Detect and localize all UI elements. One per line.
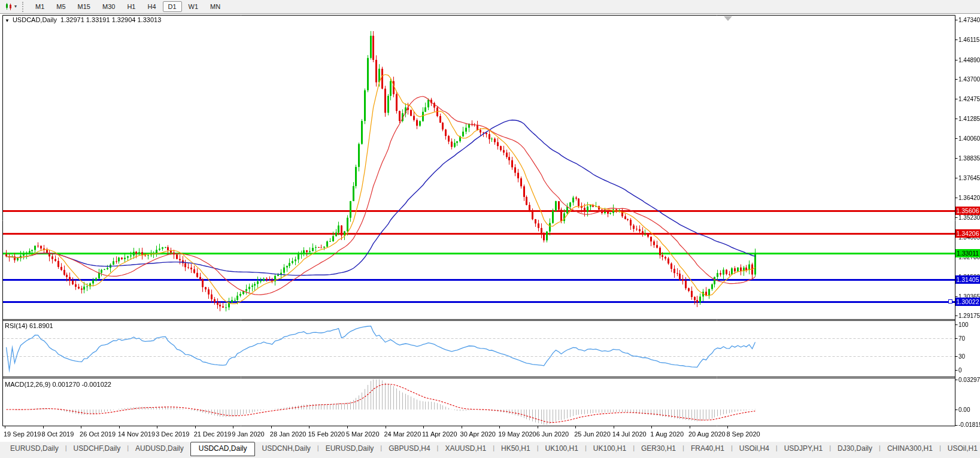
trendline-handle[interactable] [948, 299, 952, 304]
timeframe-button-h1[interactable]: H1 [122, 1, 141, 12]
timeframe-button-mn[interactable]: MN [205, 1, 226, 12]
date-axis-label: 26 Oct 2019 [80, 430, 116, 438]
chart-tab-bar: EURUSD,Daily|USDCHF,Daily|AUDUSD,DailyUS… [0, 442, 980, 458]
chart-tab-ger30-h1[interactable]: GER30,H1 [635, 442, 682, 455]
macd-signal-value: -0.001022 [81, 381, 111, 388]
toolbar: ▾ M1M5M15M30H1H4D1W1MN [0, 0, 980, 14]
timeframe-button-m1[interactable]: M1 [30, 1, 50, 12]
price-axis-label: 1.36420 [958, 195, 980, 201]
chart-tab-gbpusd-h4[interactable]: GBPUSD,H4 [382, 442, 436, 455]
date-axis-label: 5 Mar 2020 [346, 430, 380, 438]
chart-canvas[interactable] [0, 14, 980, 441]
date-axis-label: 19 May 2020 [498, 430, 536, 438]
symbol-header: ▼USDCAD,Daily 1.32971 1.33191 1.32904 1.… [5, 16, 161, 23]
symbol-name: USDCAD,Daily [13, 16, 57, 23]
chevron-down-icon: ▾ [14, 4, 17, 9]
price-axis-label: 1.44890 [958, 57, 980, 63]
candlestick-chart-icon [5, 2, 14, 11]
chart-tab-fra40-h1[interactable]: FRA40,H1 [684, 442, 731, 455]
chart-tab-xauusd-h1[interactable]: XAUUSD,H1 [438, 442, 493, 455]
chart-window: ▼USDCAD,Daily 1.32971 1.33191 1.32904 1.… [0, 14, 980, 441]
chart-tab-usoil-h4[interactable]: USOil,H4 [733, 442, 776, 455]
collapse-caret-icon[interactable]: ▼ [5, 18, 10, 23]
chart-tab-usdjpy-h1[interactable]: USDJPY,H1 [778, 442, 829, 455]
date-axis-label: 14 Jul 2020 [612, 430, 647, 438]
macd-axis-label: 0.00 [958, 407, 970, 413]
current-price-line-badge: 1.33011 [955, 249, 980, 257]
chart-shift-marker-icon[interactable] [724, 16, 732, 21]
price-axis-label: 1.42475 [958, 96, 980, 102]
chart-tab-eurusd-daily[interactable]: EURUSD,Daily [319, 442, 381, 455]
date-axis-label: 25 Jun 2020 [574, 430, 611, 438]
date-axis-label: 19 Sep 2019 [4, 430, 41, 438]
date-axis-label: 11 Apr 2020 [422, 430, 457, 438]
timeframe-button-m30[interactable]: M30 [97, 1, 120, 12]
price-axis-label: 1.40060 [958, 135, 980, 142]
timeframe-button-h4[interactable]: H4 [142, 1, 161, 12]
date-axis-label: 21 Dec 2019 [194, 430, 231, 438]
date-axis-label: 30 Apr 2020 [460, 430, 496, 438]
price-axis-label: 1.37645 [958, 175, 980, 181]
price-axis-label: 1.29175 [958, 313, 980, 319]
date-axis-label: 6 Jun 2020 [536, 430, 569, 438]
ohlc-close: 1.33013 [138, 16, 162, 23]
price-axis-label: 1.43700 [958, 76, 980, 83]
timeframe-button-m15[interactable]: M15 [72, 1, 96, 12]
ohlc-low: 1.32904 [112, 16, 136, 23]
timeframe-button-d1[interactable]: D1 [163, 1, 182, 12]
chart-tab-hk50-h1[interactable]: HK50,H1 [494, 442, 537, 455]
date-axis-label: 8 Sep 2020 [726, 430, 760, 438]
date-axis-label: 14 Nov 2019 [118, 430, 155, 438]
date-axis-label: 24 Mar 2020 [384, 430, 421, 438]
chart-tab-usdcad-daily[interactable]: USDCAD,Daily [190, 442, 256, 456]
timeframe-button-group: M1M5M15M30H1H4D1W1MN [29, 1, 226, 12]
chart-tab-china300-h1[interactable]: CHINA300,H1 [881, 442, 939, 455]
price-axis-label: 1.46115 [958, 37, 979, 43]
rsi-label: RSI(14) 61.8901 [5, 322, 53, 329]
mt4-terminal: { "toolbar": { "chart_icon": "candlestic… [0, 0, 980, 458]
chart-tab-audusd-daily[interactable]: AUDUSD,Daily [129, 442, 190, 455]
ohlc-open: 1.32971 [60, 16, 84, 23]
rsi-axis-label: 30 [958, 353, 965, 360]
price-axis-label: 1.47340 [958, 17, 980, 23]
chart-tab-dj30-daily[interactable]: DJ30,Daily [831, 442, 879, 455]
chart-tab-uk100-h1[interactable]: UK100,H1 [539, 442, 585, 455]
chart-tab-eurusd-daily[interactable]: EURUSD,Daily [4, 442, 65, 455]
support-line-badge: 1.31405 [955, 275, 980, 284]
resistance-line-badge: 1.35606 [955, 207, 980, 215]
date-axis-label: 28 Jan 2020 [270, 430, 307, 438]
support-line-badge: 1.30022 [955, 298, 980, 306]
chart-tab-usoil-h1[interactable]: USOil,H1 [941, 442, 980, 455]
macd-axis-label: 0.032972 [958, 377, 980, 383]
date-axis-label: 9 Jan 2020 [232, 430, 264, 438]
macd-main-value: 0.001270 [52, 381, 80, 388]
macd-axis-label: -0.018154 [958, 421, 980, 428]
rsi-axis-label: 0 [958, 367, 962, 374]
chart-tab-uk100-h1[interactable]: UK100,H1 [587, 442, 633, 455]
timeframe-button-w1[interactable]: W1 [183, 1, 204, 12]
resistance-line-badge: 1.34206 [955, 229, 980, 238]
date-axis-label: 3 Dec 2019 [156, 430, 189, 438]
rsi-axis-label: 100 [958, 321, 969, 328]
date-axis-label: 8 Oct 2019 [42, 430, 74, 438]
date-axis-label: 20 Aug 2020 [688, 430, 726, 438]
chart-type-button[interactable]: ▾ [3, 2, 19, 11]
toolbar-grip[interactable] [22, 2, 25, 12]
price-axis-label: 1.41285 [958, 116, 980, 122]
timeframe-button-m5[interactable]: M5 [51, 1, 71, 12]
macd-indicator-name: MACD(12,26,9) [5, 381, 50, 388]
date-axis-label: 15 Feb 2020 [308, 430, 345, 438]
chart-tab-usdchf-daily[interactable]: USDCHF,Daily [67, 442, 128, 455]
macd-label: MACD(12,26,9) 0.001270 -0.001022 [5, 381, 111, 388]
rsi-indicator-name: RSI(14) [5, 322, 28, 329]
chart-tab-usdcnh-daily[interactable]: USDCNH,Daily [255, 442, 317, 455]
date-axis-label: 1 Aug 2020 [650, 430, 684, 438]
rsi-current-value: 61.8901 [29, 322, 53, 329]
ohlc-high: 1.33191 [86, 16, 110, 23]
price-axis-label: 1.38835 [958, 155, 980, 162]
rsi-axis-label: 70 [958, 335, 965, 342]
